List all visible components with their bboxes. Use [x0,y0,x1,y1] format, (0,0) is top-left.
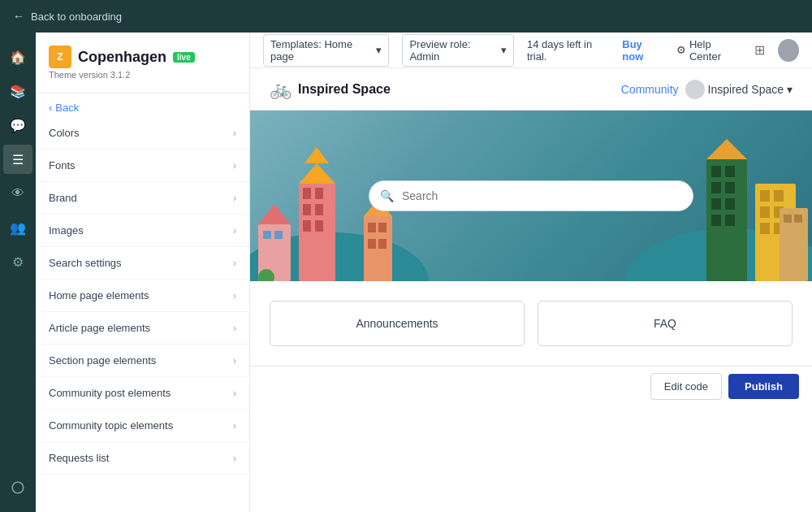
svg-rect-36 [760,223,770,234]
content-area: Templates: Home page ▾ Preview role: Adm… [250,33,812,512]
sidebar-item-community-topic[interactable]: Community topic elements › [36,410,249,442]
svg-marker-8 [299,163,335,184]
faq-card[interactable]: FAQ [538,301,793,346]
nav-icon-users[interactable]: 👥 [3,213,32,242]
hero-section: 🔍 [250,111,812,281]
sidebar-item-fonts[interactable]: Fonts › [36,150,249,182]
svg-marker-9 [304,147,329,163]
svg-rect-17 [378,223,387,232]
announcements-label: Announcements [356,317,438,330]
cards-section: Announcements FAQ [250,281,812,366]
preview-role-dropdown[interactable]: Preview role: Admin ▾ [402,34,514,67]
back-chevron-icon: ‹ [49,102,52,114]
content-topbar: Templates: Home page ▾ Preview role: Adm… [250,33,812,68]
sidebar-item-article-page[interactable]: Article page elements › [36,312,249,345]
chevron-icon: › [233,258,236,269]
sidebar-item-requests[interactable]: Requests list › [36,442,249,475]
svg-rect-2 [303,188,311,199]
nav-icon-eye[interactable]: 👁 [3,179,32,208]
publish-button[interactable]: Publish [728,374,799,399]
chevron-icon: › [233,323,236,334]
sidebar-item-community-topic-label: Community topic elements [49,419,173,432]
nav-icon-list[interactable]: ☰ [3,145,32,174]
sidebar-item-images-label: Images [49,224,84,236]
chevron-icon: › [233,453,236,464]
preview-role-label: Preview role: Admin [409,38,498,63]
nav-icon-book[interactable]: 📚 [3,76,32,106]
help-center-label: Help Center [689,38,741,63]
templates-dropdown[interactable]: Templates: Home page ▾ [263,34,389,67]
community-nav-link[interactable]: Community [621,83,679,96]
chevron-icon: › [233,225,236,236]
sidebar-item-colors[interactable]: Colors › [36,117,249,150]
svg-rect-34 [760,206,770,218]
svg-rect-13 [274,231,283,239]
bottom-actions: Edit code Publish [250,366,812,406]
sidebar-item-article-page-label: Article page elements [49,322,150,334]
main-layout: 🏠 📚 💬 ☰ 👁 👥 ⚙ Z Copenhagen live Theme ve… [0,33,812,512]
sidebar-item-community-post[interactable]: Community post elements › [36,377,249,410]
sidebar-item-community-post-label: Community post elements [49,387,171,399]
nav-icon-settings[interactable]: ⚙ [3,247,32,276]
sidebar-item-section-page[interactable]: Section page elements › [36,345,249,377]
svg-rect-40 [794,215,802,223]
preview-logo-icon: 🚲 [270,79,292,100]
sidebar-item-brand-label: Brand [49,192,77,204]
svg-rect-32 [760,190,770,202]
chevron-icon: › [233,128,236,139]
svg-marker-41 [706,139,747,159]
help-center-link[interactable]: ⚙ Help Center [676,38,741,63]
theme-version: Theme version 3.1.2 [49,70,236,80]
preview-nav: 🚲 Inspired Space Community Inspired Spac… [250,68,812,111]
preview-user-area[interactable]: Inspired Space ▾ [685,80,793,99]
edit-code-button[interactable]: Edit code [650,373,722,400]
brand-logo: Z [49,46,71,68]
chevron-icon: › [233,290,236,302]
svg-rect-18 [368,239,376,249]
chevron-icon: › [233,388,236,399]
svg-rect-16 [368,223,376,232]
announcements-card[interactable]: Announcements [270,301,525,346]
svg-rect-29 [711,215,721,226]
sidebar-header: Z Copenhagen live Theme version 3.1.2 [36,33,249,93]
svg-rect-28 [725,198,735,210]
faq-label: FAQ [654,317,676,330]
svg-rect-19 [378,239,387,249]
preview-nav-links: Community Inspired Space ▾ [621,80,793,99]
preview-user-name: Inspired Space [708,83,784,96]
back-to-onboarding-label[interactable]: Back to onboarding [31,11,122,23]
svg-rect-26 [725,182,735,193]
svg-rect-3 [315,188,323,199]
nav-icon-home[interactable]: 🏠 [3,42,32,72]
sidebar-item-home-page[interactable]: Home page elements › [36,280,249,312]
back-arrow-icon: ← [13,10,24,23]
preview-logo-area: 🚲 Inspired Space [270,79,391,100]
sidebar-back-button[interactable]: ‹ Back [36,93,249,117]
svg-rect-4 [303,204,311,215]
search-icon: 🔍 [380,189,394,202]
sidebar-item-search-settings[interactable]: Search settings › [36,247,249,280]
sidebar-item-brand[interactable]: Brand › [36,182,249,215]
templates-label: Templates: Home page [270,38,373,63]
svg-rect-7 [315,220,323,232]
sidebar-item-colors-label: Colors [49,127,80,139]
preview-area: 🚲 Inspired Space Community Inspired Spac… [250,68,812,512]
icon-nav: 🏠 📚 💬 ☰ 👁 👥 ⚙ [0,33,36,512]
sidebar-item-search-settings-label: Search settings [49,257,122,269]
sidebar-item-section-page-label: Section page elements [49,354,156,367]
grid-icon[interactable]: ⊞ [754,42,765,58]
nav-icon-zendesk[interactable] [3,473,32,502]
preview-site-name: Inspired Space [298,82,391,97]
svg-rect-39 [784,215,792,223]
svg-rect-27 [711,198,721,210]
live-badge: live [173,52,195,63]
sidebar-item-images[interactable]: Images › [36,215,249,247]
nav-icon-chat[interactable]: 💬 [3,111,32,140]
trial-text: 14 days left in trial. [527,38,609,63]
sidebar-item-home-page-label: Home page elements [49,289,149,302]
hero-search-input[interactable] [369,180,693,211]
buy-now-link[interactable]: Buy now [622,38,663,63]
user-avatar[interactable] [778,39,799,62]
preview-user-avatar [685,80,705,99]
svg-rect-6 [303,220,311,232]
